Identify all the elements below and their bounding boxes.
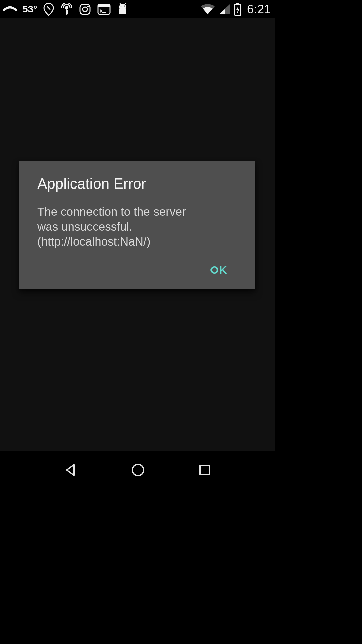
- terminal-icon: [97, 4, 111, 15]
- svg-rect-17: [200, 465, 209, 475]
- location-icon: [43, 3, 54, 16]
- svg-point-16: [132, 464, 144, 476]
- battery-charging-icon: [234, 3, 242, 16]
- home-button[interactable]: [131, 463, 145, 477]
- status-temperature: 53°: [23, 4, 37, 15]
- svg-line-10: [124, 3, 125, 5]
- android-icon: [117, 3, 129, 16]
- navigation-bar: [0, 451, 275, 488]
- dialog-message: The connection to the server was unsucce…: [37, 204, 205, 249]
- app-content: Application Error The connection to the …: [0, 18, 275, 451]
- podcast-icon: [60, 3, 73, 16]
- svg-point-1: [65, 6, 68, 9]
- cell-signal-icon: [218, 4, 230, 15]
- recents-button[interactable]: [198, 463, 212, 477]
- dialog-actions: OK: [37, 261, 237, 280]
- svg-point-12: [124, 5, 125, 6]
- status-bar: 53°: [0, 0, 275, 18]
- signal-arc-icon: [3, 6, 17, 13]
- svg-rect-13: [119, 8, 126, 14]
- wifi-icon: [201, 4, 215, 15]
- svg-line-0: [47, 7, 50, 9]
- svg-rect-2: [66, 9, 68, 15]
- status-clock: 6:21: [247, 2, 271, 16]
- svg-rect-7: [98, 4, 110, 7]
- svg-point-11: [121, 5, 122, 6]
- dialog-title: Application Error: [37, 175, 237, 192]
- instagram-icon: [79, 3, 91, 15]
- svg-rect-15: [236, 3, 239, 5]
- ok-button[interactable]: OK: [203, 261, 234, 280]
- svg-point-4: [83, 7, 87, 12]
- svg-line-9: [120, 3, 121, 5]
- svg-point-5: [87, 5, 89, 7]
- back-button[interactable]: [63, 463, 78, 477]
- status-bar-left: 53°: [3, 3, 129, 16]
- error-dialog: Application Error The connection to the …: [19, 161, 255, 289]
- status-bar-right: 6:21: [201, 2, 271, 16]
